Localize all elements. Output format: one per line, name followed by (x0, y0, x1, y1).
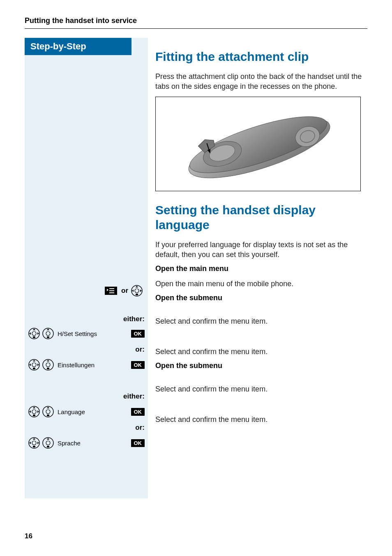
menu-item-label: Language (56, 408, 127, 415)
svg-point-27 (46, 363, 50, 367)
clip-body: Press the attachment clip onto the back … (155, 72, 367, 92)
section-heading-language: Setting the handset display language (155, 203, 367, 232)
select-confirm-4: Select and confirm the menu item. (155, 412, 367, 427)
svg-marker-34 (37, 410, 39, 413)
svg-rect-3 (109, 292, 114, 293)
ok-badge: OK (131, 439, 145, 447)
sidebar-title: Step-by-Step (25, 38, 131, 55)
svg-marker-32 (33, 407, 35, 408)
svg-rect-49 (47, 446, 49, 447)
svg-point-17 (46, 331, 50, 336)
svg-rect-15 (33, 336, 35, 338)
svg-marker-33 (29, 410, 31, 413)
nav-pad-icon (42, 359, 54, 371)
menu-row-hset: H/Set Settings OK (25, 326, 148, 341)
select-confirm-3: Select and confirm the menu item. (155, 382, 367, 396)
svg-point-5 (135, 289, 139, 293)
either-label: either: (123, 315, 145, 323)
menu-icon (105, 287, 117, 295)
menu-row-einstellungen: Einstellungen OK (25, 357, 148, 373)
svg-marker-6 (136, 286, 138, 287)
nav-pad-icon (42, 327, 54, 340)
select-confirm-2: Select and confirm the menu item. (155, 344, 367, 359)
svg-rect-19 (47, 336, 49, 338)
page-header: Putting the handset into service (25, 16, 367, 29)
or-label: or: (135, 345, 145, 354)
svg-point-37 (46, 410, 50, 414)
menu-row-language: Language OK (25, 404, 148, 419)
open-main-heading: Open the main menu (155, 264, 367, 273)
svg-marker-42 (33, 438, 35, 440)
nav-pad-icon (28, 437, 40, 449)
nav-pad-icon (28, 405, 40, 418)
ok-badge: OK (131, 408, 145, 416)
svg-point-31 (32, 410, 36, 414)
or-label: or: (135, 424, 145, 432)
main-content: Fitting the attachment clip Press the at… (148, 38, 367, 498)
svg-marker-43 (29, 442, 31, 444)
svg-marker-13 (29, 332, 31, 335)
open-main-menu-icons: or (25, 283, 148, 299)
svg-marker-7 (132, 290, 134, 292)
svg-rect-45 (33, 446, 35, 447)
nav-pad-icon (42, 405, 54, 418)
svg-marker-48 (47, 438, 49, 440)
svg-marker-44 (37, 442, 39, 444)
language-body: If your preferred language for display t… (155, 240, 367, 260)
open-main-text: Open the main menu of the mobile phone. (155, 276, 367, 291)
svg-rect-1 (109, 288, 114, 289)
svg-marker-22 (33, 360, 35, 361)
svg-marker-38 (47, 407, 49, 408)
svg-rect-25 (33, 368, 35, 369)
menu-item-label: H/Set Settings (56, 330, 127, 337)
svg-rect-2 (109, 290, 114, 291)
nav-pad-icon (28, 327, 40, 340)
svg-marker-0 (107, 289, 108, 291)
svg-rect-9 (136, 294, 138, 295)
svg-marker-23 (29, 364, 31, 366)
nav-pad-icon (131, 285, 143, 297)
nav-pad-icon (28, 359, 40, 371)
menu-row-sprache: Sprache OK (25, 435, 148, 451)
or-label: or (121, 287, 128, 295)
menu-item-label: Einstellungen (56, 361, 127, 368)
sidebar: Step-by-Step or either: (25, 38, 148, 498)
menu-item-label: Sprache (56, 440, 127, 447)
page-number: 16 (25, 532, 32, 540)
svg-marker-18 (47, 329, 49, 330)
select-confirm-1: Select and confirm the menu item. (155, 314, 367, 329)
ok-badge: OK (131, 361, 145, 369)
svg-point-11 (32, 331, 36, 336)
open-sub-heading-2: Open the submenu (155, 361, 367, 370)
svg-marker-12 (33, 329, 35, 330)
handset-figure (155, 97, 361, 191)
svg-point-21 (32, 363, 36, 367)
nav-pad-icon (42, 437, 54, 449)
either-label: either: (123, 392, 145, 401)
svg-point-41 (32, 441, 36, 445)
svg-marker-8 (140, 290, 142, 292)
svg-marker-14 (37, 332, 39, 335)
svg-rect-29 (47, 368, 49, 369)
open-sub-heading: Open the submenu (155, 294, 367, 302)
svg-marker-28 (47, 360, 49, 361)
svg-point-47 (46, 441, 50, 445)
svg-rect-39 (47, 415, 49, 416)
section-heading-clip: Fitting the attachment clip (155, 49, 367, 64)
ok-badge: OK (131, 330, 145, 338)
svg-marker-24 (37, 364, 39, 366)
svg-rect-35 (33, 415, 35, 416)
